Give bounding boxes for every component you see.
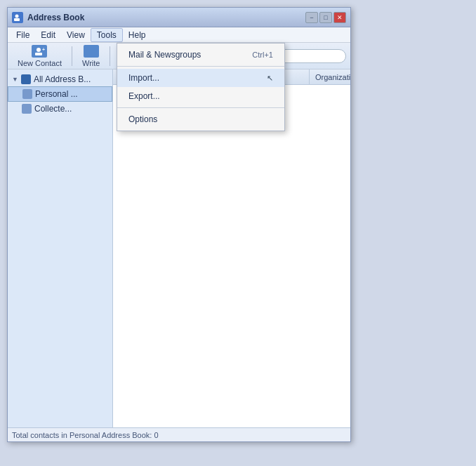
- close-button[interactable]: ✕: [333, 12, 346, 23]
- mail-newsgroups-shortcut: Ctrl+1: [252, 51, 273, 59]
- menu-bar: File Edit View Tools Help: [8, 27, 350, 43]
- table-body: [113, 85, 350, 427]
- status-text: Total contacts in Personal Address Book:…: [12, 431, 159, 439]
- title-bar: Address Book − □ ✕: [8, 8, 350, 27]
- mail-newsgroups-label: Mail & Newsgroups: [128, 50, 201, 60]
- menu-edit-label: Edit: [41, 30, 55, 40]
- export-label: Export...: [128, 91, 160, 101]
- window-controls: − □ ✕: [305, 12, 346, 23]
- address-books-icon: [21, 74, 31, 84]
- import-label: Import...: [128, 73, 159, 83]
- new-contact-button[interactable]: + New Contact: [12, 43, 67, 69]
- menu-tools[interactable]: Tools: [91, 28, 123, 42]
- menu-help[interactable]: Help: [123, 29, 152, 41]
- cursor-after-import: ↖: [267, 74, 273, 83]
- write-button[interactable]: Write: [77, 43, 105, 69]
- menu-item-options[interactable]: Options: [117, 110, 284, 128]
- write-icon: [84, 45, 99, 58]
- menu-view-label: View: [67, 30, 85, 40]
- menu-item-export[interactable]: Export...: [117, 87, 284, 105]
- organization-column-header: Organization ⊡: [310, 69, 350, 84]
- toolbar-separator-2: [110, 46, 110, 66]
- toolbar-separator-1: [72, 46, 72, 66]
- organization-column-label: Organization: [315, 73, 350, 81]
- collected-label: Collecte...: [34, 104, 72, 114]
- sidebar: ▼ All Address B... Personal ... Collecte…: [8, 69, 113, 427]
- personal-book-icon: [22, 89, 32, 99]
- svg-rect-3: [35, 53, 42, 55]
- svg-point-2: [37, 48, 41, 52]
- new-contact-icon: +: [32, 45, 47, 58]
- status-bar: Total contacts in Personal Address Book:…: [8, 427, 350, 441]
- window-icon: [12, 12, 23, 23]
- collected-book-icon: [22, 104, 32, 114]
- svg-rect-1: [14, 18, 20, 21]
- menu-item-import[interactable]: Import... ↖: [117, 69, 284, 87]
- menu-edit[interactable]: Edit: [35, 29, 61, 41]
- all-address-books-label: All Address B...: [34, 74, 91, 84]
- menu-file-label: File: [16, 30, 29, 40]
- new-contact-label: New Contact: [18, 59, 62, 67]
- svg-text:+: +: [42, 47, 45, 52]
- menu-separator-1: [117, 66, 284, 67]
- sidebar-all-address-books[interactable]: ▼ All Address B...: [8, 72, 112, 86]
- window-title: Address Book: [27, 13, 305, 22]
- tools-dropdown-menu: Mail & Newsgroups Ctrl+1 Import... ↖ Exp…: [117, 43, 285, 131]
- menu-view[interactable]: View: [61, 29, 91, 41]
- maximize-button[interactable]: □: [319, 12, 332, 23]
- svg-point-0: [15, 14, 19, 18]
- personal-label: Personal ...: [35, 89, 78, 99]
- address-book-window: Address Book − □ ✕ File Edit View Tools …: [7, 7, 351, 442]
- menu-help-label: Help: [128, 30, 146, 40]
- tree-arrow-icon: ▼: [12, 76, 18, 83]
- menu-item-mail-newsgroups[interactable]: Mail & Newsgroups Ctrl+1: [117, 46, 284, 64]
- menu-file[interactable]: File: [11, 29, 35, 41]
- menu-separator-2: [117, 107, 284, 108]
- write-label: Write: [82, 59, 100, 67]
- sidebar-collected[interactable]: Collecte...: [8, 102, 112, 116]
- sidebar-personal[interactable]: Personal ...: [8, 86, 112, 102]
- options-label: Options: [128, 114, 157, 124]
- menu-tools-label: Tools: [97, 30, 117, 40]
- minimize-button[interactable]: −: [305, 12, 318, 23]
